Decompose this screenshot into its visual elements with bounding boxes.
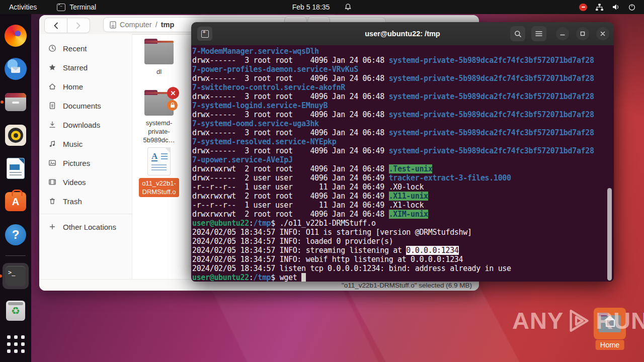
sidebar-label: Pictures <box>63 159 90 167</box>
sidebar-label: Downloads <box>63 121 100 129</box>
terminal-line: drwx------ 3 root root 4096 Jan 24 06:48… <box>192 56 614 65</box>
sidebar-label: Starred <box>63 63 88 72</box>
terminal-window: user@ubuntu22: /tmp 7-ModemManager.servi… <box>191 22 614 282</box>
sidebar-item-documents[interactable]: Documents <box>39 96 132 115</box>
sidebar-item-videos[interactable]: Videos <box>39 172 132 192</box>
terminal-line: -r--r--r-- 1 user user 11 Jan 24 06:49 .… <box>192 183 614 192</box>
terminal-line: drwx------ 2 user user 4096 Jan 24 06:49… <box>192 173 614 183</box>
clock[interactable]: Feb 5 18:35 <box>292 3 330 11</box>
libreoffice-writer-icon <box>7 158 24 178</box>
terminal-line: -r--r--r-- 1 user user 11 Jan 24 06:49 .… <box>192 201 614 210</box>
terminal-line: drwxrwxrwt 2 root root 4096 Jan 24 06:48… <box>192 164 614 173</box>
sidebar-item-downloads[interactable]: Downloads <box>39 115 132 134</box>
computer-icon <box>110 21 116 29</box>
volume-icon[interactable] <box>612 3 620 11</box>
path-separator: / <box>155 21 157 29</box>
terminal-line: 2024/02/05 18:34:57 INFO: streaming list… <box>192 246 614 255</box>
terminal-line: 2024/02/05 18:34:57 listen tcp 0.0.0.0:1… <box>192 264 614 273</box>
sidebar-item-trash[interactable]: Trash <box>39 192 132 211</box>
terminal-line: 7-systemd-resolved.service-NYEpkp <box>192 137 614 146</box>
dock-libreoffice-icon[interactable] <box>4 157 27 180</box>
dock-rhythmbox-icon[interactable] <box>4 124 27 147</box>
terminal-line: drwx------ 3 root root 4096 Jan 24 06:48… <box>192 110 614 119</box>
files-icon <box>5 93 26 111</box>
terminal-app-icon <box>57 4 65 11</box>
terminal-scrollbar[interactable] <box>607 188 612 281</box>
dock-help-icon[interactable]: ? <box>4 223 27 246</box>
sidebar-item-other-locations[interactable]: Other Locations <box>39 217 132 236</box>
sidebar-label: Recent <box>63 44 87 53</box>
dock-software-icon[interactable]: A <box>4 190 27 213</box>
menu-button[interactable] <box>531 26 546 41</box>
app-menu[interactable]: Terminal <box>57 3 96 11</box>
sidebar-item-pictures[interactable]: Pictures <box>39 153 132 172</box>
files-sidebar: Recent Starred Home Documents Downloads <box>39 34 132 280</box>
sidebar-label: Music <box>63 140 83 148</box>
terminal-line: drwx------ 3 root root 4096 Jan 24 06:48… <box>192 92 614 101</box>
terminal-line: 7-ModemManager.service-wqsDlh <box>192 47 614 56</box>
lock-emblem-icon <box>167 100 178 111</box>
dock-thunderbird-icon[interactable] <box>4 57 27 80</box>
new-tab-button[interactable] <box>197 27 212 41</box>
document-icon: A <box>147 147 171 175</box>
terminal-title: user@ubuntu22: /tmp <box>191 22 614 45</box>
back-button[interactable] <box>44 18 67 33</box>
firefox-icon <box>5 25 27 47</box>
path-current[interactable]: tmp <box>161 21 175 29</box>
terminal-line: 7-switcheroo-control.service-akofnR <box>192 83 614 92</box>
dock-terminal-icon[interactable]: >_ <box>3 263 29 289</box>
file-item-o11-drmstuff[interactable]: A o11_v22b1- DRMStuff.o <box>126 147 192 197</box>
terminal-line: drwxrwxrwt 2 root root 4096 Jan 24 06:49… <box>192 192 614 201</box>
dock-separator <box>6 255 26 256</box>
screen-record-indicator-icon[interactable] <box>579 4 587 11</box>
minimize-button[interactable] <box>556 27 569 40</box>
sidebar-separator <box>39 214 132 214</box>
terminal-line: drwx------ 3 root root 4096 Jan 24 06:48… <box>192 128 614 137</box>
power-icon[interactable] <box>628 3 636 11</box>
terminal-titlebar[interactable]: user@ubuntu22: /tmp <box>191 22 614 46</box>
top-bar: Activities Terminal Feb 5 18:35 <box>0 0 644 14</box>
sidebar-label: Documents <box>63 102 101 110</box>
terminal-line: 7-upower.service-AVeIpJ <box>192 155 614 164</box>
dock-files-icon[interactable] <box>4 90 27 114</box>
network-icon[interactable] <box>595 4 604 11</box>
dock-app-grid-icon[interactable] <box>4 332 27 355</box>
desktop-home-icon[interactable] <box>594 308 626 339</box>
desktop: Activities Terminal Feb 5 18:35 <box>0 0 644 362</box>
watermark-text-any: ANY <box>512 307 564 334</box>
bell-icon[interactable] <box>344 3 352 11</box>
file-item-systemd-private[interactable]: ✕ systemd- private- 5b989dc… <box>126 88 192 144</box>
terminal-line: 2024/02/05 18:34:57 INFO: loaded 0 provi… <box>192 237 614 246</box>
terminal-output[interactable]: 7-ModemManager.service-wqsDlhdrwx------ … <box>191 45 614 282</box>
no-access-emblem-icon: ✕ <box>167 87 179 99</box>
terminal-line: 2024/02/05 18:34:57 INFO: webif http lis… <box>192 255 614 264</box>
search-button[interactable] <box>510 26 525 41</box>
help-icon: ? <box>5 224 26 245</box>
file-item-dl[interactable]: dl <box>126 37 192 76</box>
dock-firefox-icon[interactable] <box>4 24 27 47</box>
sidebar-item-home[interactable]: Home <box>39 77 132 96</box>
close-button[interactable] <box>596 27 609 40</box>
dock-trash-icon[interactable]: ♻ <box>4 299 27 322</box>
app-grid-icon <box>7 335 25 353</box>
sidebar-item-recent[interactable]: Recent <box>39 39 132 58</box>
file-label: systemd- private- 5b989dc… <box>126 119 192 144</box>
desktop-home-label[interactable]: Home <box>596 340 624 350</box>
forward-button[interactable] <box>67 18 90 33</box>
app-menu-label: Terminal <box>69 3 96 11</box>
sidebar-label: Home <box>63 82 83 91</box>
file-label-selected: o11_v22b1- DRMStuff.o <box>139 178 179 197</box>
sidebar-item-music[interactable]: Music <box>39 134 132 153</box>
activities-button[interactable]: Activities <box>0 0 46 14</box>
thunderbird-icon <box>5 58 27 80</box>
terminal-line: user@ubuntu22:/tmp$ wget <box>192 273 614 282</box>
folder-icon: ✕ <box>144 94 174 116</box>
anyrun-logo-icon <box>567 307 593 334</box>
terminal-line: drwx------ 3 root root 4096 Jan 24 06:48… <box>192 74 614 83</box>
terminal-line: drwx------ 3 root root 4096 Jan 24 06:49… <box>192 146 614 155</box>
sidebar-item-starred[interactable]: Starred <box>39 58 132 77</box>
terminal-line: 7-systemd-logind.service-EMnuyB <box>192 101 614 110</box>
path-root[interactable]: Computer <box>120 21 152 29</box>
terminal-line: 2024/02/05 18:34:57 INFO: O11 is startin… <box>192 228 614 237</box>
maximize-button[interactable] <box>576 27 589 40</box>
